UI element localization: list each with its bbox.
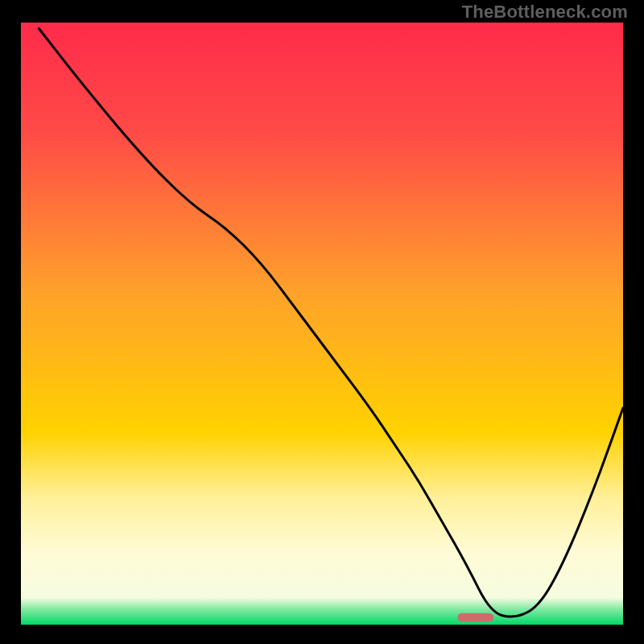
- plot-area: [21, 23, 623, 625]
- watermark-text: TheBottleneck.com: [462, 2, 628, 23]
- chart-svg: [0, 0, 644, 644]
- chart-canvas: TheBottleneck.com: [0, 0, 644, 644]
- optimum-marker: [457, 613, 493, 622]
